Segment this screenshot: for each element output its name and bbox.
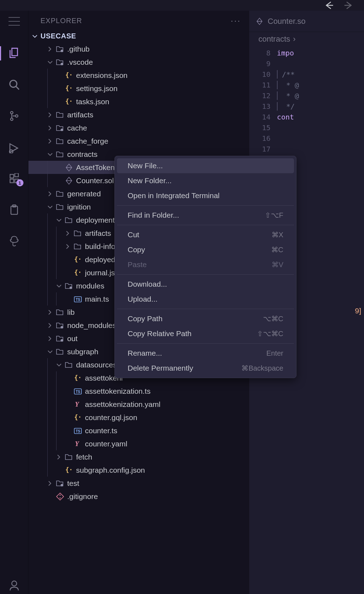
menu-item[interactable]: Rename...Enter bbox=[117, 346, 294, 361]
folder-icon bbox=[56, 111, 64, 119]
breadcrumb[interactable]: contracts › bbox=[249, 32, 364, 46]
folder-row[interactable]: test bbox=[28, 477, 249, 490]
folder-row[interactable]: .vscode bbox=[28, 55, 249, 69]
menu-item-label: Copy bbox=[128, 245, 145, 254]
account-icon bbox=[9, 580, 20, 590]
chevron-down-icon bbox=[56, 362, 62, 368]
tree-item-label: subgraph.config.json bbox=[76, 466, 145, 474]
menu-item[interactable]: Copy Relative Path⇧⌥⌘C bbox=[117, 326, 294, 341]
chevron-right-icon bbox=[47, 112, 53, 118]
line-number: 14 bbox=[249, 113, 277, 121]
activity-account[interactable] bbox=[0, 580, 28, 590]
nav-forward-icon[interactable] bbox=[344, 1, 353, 10]
tree-item-label: subgraph bbox=[67, 348, 98, 356]
more-icon[interactable]: ··· bbox=[231, 16, 241, 26]
code-line: 12 * @ bbox=[249, 90, 364, 101]
chevron-down-icon bbox=[32, 33, 38, 39]
folder-mod-icon bbox=[65, 282, 73, 290]
folder-row[interactable]: cache_forge bbox=[28, 134, 249, 148]
activity-clipboard[interactable] bbox=[0, 201, 28, 218]
menu-item[interactable]: Find in Folder...⇧⌥F bbox=[117, 208, 294, 223]
line-number: 8 bbox=[249, 49, 277, 57]
search-icon bbox=[9, 79, 20, 90]
tree-item-label: contracts bbox=[67, 150, 97, 159]
file-row[interactable]: assettokenization.yaml bbox=[28, 398, 249, 411]
tree-item-label: tasks.json bbox=[76, 97, 109, 106]
files-icon bbox=[8, 47, 20, 59]
tree-item-label: cache bbox=[67, 124, 87, 132]
code-editor[interactable]: 8impo910/**11 * @12 * @13 */14cont151617 bbox=[249, 46, 364, 154]
chevron-down-icon bbox=[56, 217, 62, 223]
menu-item-label: Cut bbox=[128, 230, 139, 239]
activity-extensions[interactable]: 1 bbox=[0, 170, 28, 187]
menu-item-shortcut: ⌘Backspace bbox=[241, 364, 283, 372]
json-icon bbox=[74, 255, 82, 264]
tree-item-label: assettokenization.ts bbox=[85, 387, 150, 396]
menu-item[interactable]: New Folder... bbox=[117, 173, 294, 188]
menu-item-shortcut: ⌥⌘C bbox=[263, 314, 283, 323]
folder-row[interactable]: .github bbox=[28, 42, 249, 55]
tree-item-label: counter.gql.json bbox=[85, 413, 137, 422]
file-row[interactable]: .gitignore bbox=[28, 490, 249, 503]
menu-item-shortcut: ⌘V bbox=[272, 260, 283, 269]
folder-icon bbox=[56, 308, 64, 317]
line-number: 9 bbox=[249, 59, 277, 68]
code-line: 15 bbox=[249, 122, 364, 133]
activity-lamp[interactable] bbox=[0, 233, 28, 250]
menu-separator bbox=[117, 205, 294, 206]
tree-item-label: fetch bbox=[76, 453, 92, 461]
menu-item-label: Copy Path bbox=[128, 314, 162, 323]
menu-separator bbox=[117, 274, 294, 275]
folder-row[interactable]: artifacts bbox=[28, 108, 249, 121]
menu-item[interactable]: Upload... bbox=[117, 292, 294, 307]
activity-explorer[interactable] bbox=[0, 45, 28, 62]
file-row[interactable]: counter.gql.json bbox=[28, 411, 249, 424]
folder-icon bbox=[65, 216, 73, 224]
folder-row[interactable]: cache bbox=[28, 121, 249, 134]
tree-item-label: main.ts bbox=[85, 295, 109, 303]
tree-item-label: artifacts bbox=[85, 229, 111, 238]
nav-back-icon[interactable] bbox=[324, 1, 333, 10]
workspace-name: USECASE bbox=[41, 32, 76, 40]
json-icon bbox=[74, 413, 82, 422]
file-row[interactable]: tasks.json bbox=[28, 95, 249, 108]
clipboard-icon bbox=[9, 205, 20, 215]
folder-out-icon bbox=[56, 334, 64, 343]
menu-item[interactable]: Delete Permanently⌘Backspace bbox=[117, 361, 294, 376]
menu-item[interactable]: New File... bbox=[117, 158, 294, 173]
code-line: 17 bbox=[249, 144, 364, 154]
yaml-icon bbox=[74, 400, 82, 409]
file-row[interactable]: counter.ts bbox=[28, 424, 249, 437]
activity-scm[interactable] bbox=[0, 107, 28, 124]
chevron-right-icon bbox=[47, 323, 53, 328]
file-row[interactable]: subgraph.config.json bbox=[28, 463, 249, 477]
activity-debug[interactable] bbox=[0, 139, 28, 156]
menu-item[interactable]: Copy⌘C bbox=[117, 242, 294, 257]
menu-item-label: Open in Integrated Terminal bbox=[128, 191, 220, 200]
activity-search[interactable] bbox=[0, 76, 28, 93]
folder-row[interactable]: fetch bbox=[28, 450, 249, 463]
tree-item-label: Counter.sol bbox=[76, 176, 114, 185]
file-row[interactable]: assettokenization.ts bbox=[28, 384, 249, 398]
line-number: 16 bbox=[249, 134, 277, 143]
tree-item-label: artifacts bbox=[67, 111, 93, 119]
json-icon bbox=[74, 269, 82, 277]
extensions-badge: 1 bbox=[16, 179, 23, 186]
menu-icon[interactable] bbox=[9, 17, 20, 26]
menu-item[interactable]: Cut⌘X bbox=[117, 227, 294, 242]
tab-title[interactable]: Counter.so bbox=[268, 17, 305, 26]
file-row[interactable]: extensions.json bbox=[28, 69, 249, 82]
menu-item[interactable]: Download... bbox=[117, 277, 294, 292]
chevron-right-icon bbox=[47, 46, 53, 52]
folder-icon bbox=[56, 203, 64, 211]
code-line: 10/** bbox=[249, 69, 364, 80]
menu-item[interactable]: Open in Integrated Terminal bbox=[117, 188, 294, 203]
menu-item: Paste⌘V bbox=[117, 257, 294, 272]
file-row[interactable]: settings.json bbox=[28, 82, 249, 95]
file-row[interactable]: counter.yaml bbox=[28, 437, 249, 450]
menu-item[interactable]: Copy Path⌥⌘C bbox=[117, 311, 294, 326]
workspace-header[interactable]: USECASE bbox=[28, 31, 249, 42]
tree-item-label: modules bbox=[76, 282, 104, 290]
menu-item-shortcut: ⇧⌥F bbox=[265, 211, 283, 219]
chevron-right-icon bbox=[47, 191, 53, 197]
